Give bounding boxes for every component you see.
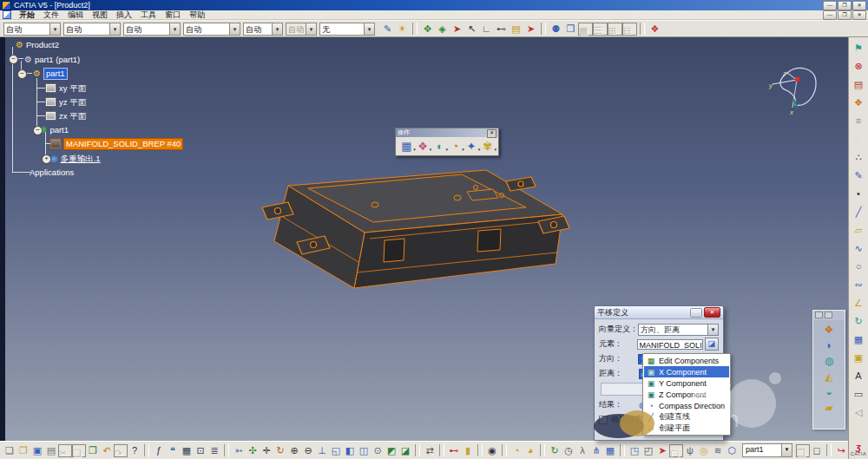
structure-icon[interactable]: ⋔ [589,443,603,458]
tool-d-icon[interactable]: ⊟ [622,23,637,36]
iso-view-icon[interactable]: ◧ [343,443,357,458]
chevron-down-icon[interactable]: ▾ [169,23,180,35]
fit-all-icon[interactable]: ✣ [246,443,260,458]
new-document-icon[interactable]: ❏ [3,443,16,458]
graph-icon[interactable]: ψ [683,443,697,458]
paint-icon[interactable]: ✎ [380,22,395,36]
close-icon[interactable]: ✕ [487,129,496,138]
menu-compass-direction[interactable]: ◔ Compass Direction [644,400,729,411]
operation-toolbar-titlebar[interactable]: 操作 ✕ [396,128,498,137]
menu-create-line[interactable]: ╱ 创建直线 [644,411,729,423]
angle-icon[interactable]: ∠ [849,294,868,312]
menu-file[interactable]: 文件 [39,10,63,20]
block-icon[interactable]: ▣ [849,349,868,367]
child-close-button[interactable]: ✕ [852,10,866,20]
select-flag-icon[interactable]: ➤ [655,443,669,458]
join-icon[interactable]: ▦ [400,140,413,153]
ruler-icon[interactable]: ⊷ [447,443,461,458]
menu-insert[interactable]: 插入 [112,10,136,20]
close-button[interactable]: ✕ [852,1,866,10]
trim-icon[interactable]: ✾ [481,140,494,153]
point-icon[interactable]: • [849,185,868,203]
exit-workbench-icon[interactable]: ⊗ [849,57,868,75]
paste-icon[interactable]: ❒ [86,443,100,458]
measure-icon[interactable]: ⊷ [494,22,509,36]
light-icon[interactable]: ☀ [395,22,410,36]
link-icon[interactable]: ❐ [796,444,810,457]
refresh-icon[interactable]: ↻ [548,443,562,458]
contacts-icon[interactable]: ⚉ [549,22,563,36]
fx-icon[interactable]: ƒ [152,443,166,458]
pan-icon[interactable]: ✛ [260,443,273,458]
rotate-view-icon[interactable]: ↻ [849,312,868,331]
tree-node-manifold-solid-brep[interactable]: MANIFOLD_SOLID_BREP #40 [50,138,183,149]
view-compass[interactable]: y z x [766,64,822,116]
cut-icon[interactable]: ✂ [58,444,72,457]
circle-icon[interactable]: ○ [849,258,868,276]
menu-window[interactable]: 窗口 [161,10,185,20]
polygon-icon[interactable]: ⬡ [725,443,739,458]
move-icon[interactable]: ✥ [420,22,435,36]
tool-c-icon[interactable]: ⊞ [608,23,622,36]
graphic-combo-3[interactable]: 自动 ▾ [123,23,181,36]
catalog-icon[interactable]: ▤ [509,22,523,36]
pie-icon[interactable]: ◔ [510,443,523,458]
menu-edit-components[interactable]: ▦ Edit Components [644,355,729,366]
redo-icon[interactable]: ↷ [114,444,128,457]
graphic-combo-2[interactable]: 自动 ▾ [63,23,121,36]
horn-icon[interactable]: ◁ [849,403,868,422]
mannequin-icon[interactable]: λ [575,443,589,458]
model-manifold-solid-brep[interactable] [243,159,590,302]
normal-view-icon[interactable]: ⊥ [315,443,329,458]
layers-icon[interactable]: ≋ [711,443,725,458]
tree-collapse-toggle[interactable]: − [9,55,18,64]
graphic-combo-5[interactable]: 自动 ▾ [243,23,283,36]
tool-a-icon[interactable]: ▦ [578,23,593,36]
menu-start[interactable]: 开始 [15,10,39,20]
wireframe-view-icon[interactable]: ◪ [398,443,412,458]
dialog-titlebar[interactable]: 平移定义 ✕ [595,306,723,319]
workbench-flag-icon[interactable]: ⚑ [849,39,868,57]
swap-view-icon[interactable]: ⇄ [423,443,437,458]
chevron-down-icon[interactable]: ▾ [781,444,792,456]
tree-node-product2[interactable]: ⚙ Product2 [16,39,59,50]
graphic-combo-6[interactable]: 自动 ▾ [286,23,317,36]
minimize-button[interactable]: — [823,1,837,10]
plane-tool-icon[interactable]: ▱ [849,221,868,239]
frame-icon[interactable]: ◻ [810,443,824,458]
tree-node-xy-plane[interactable]: xy 平面 [45,82,86,94]
palette-titlebar[interactable] [813,311,845,320]
save-icon[interactable]: ▣ [30,443,44,458]
knowledge-icon[interactable]: ❖ [648,22,662,36]
tool-b-icon[interactable]: ☰ [593,23,608,36]
camera-icon[interactable]: ◉ [485,443,499,458]
graphic-combo-4[interactable]: 自动 ▾ [183,23,240,36]
copy-icon[interactable]: ❑ [72,444,86,457]
rotate-icon[interactable]: ↻ [273,443,287,458]
graphic-combo-1[interactable]: 自动 ▾ [3,23,61,36]
line-icon[interactable]: ╱ [849,203,868,221]
healing-icon[interactable]: ❖ [417,140,430,153]
zoom-out-icon[interactable]: ⊖ [301,443,315,458]
repeat-checkbox[interactable] [599,416,608,424]
tree-node-yz-plane[interactable]: yz 平面 [45,96,86,108]
menu-tools[interactable]: 工具 [136,10,161,20]
zoom-in-icon[interactable]: ⊕ [287,443,301,458]
active-part-combo[interactable]: part1 ▾ [742,443,792,457]
dialog-close-button[interactable]: ✕ [704,307,720,318]
menu-view[interactable]: 视图 [88,10,112,20]
smart-pick-icon[interactable]: ∟ [479,22,494,36]
chevron-down-icon[interactable]: ▾ [229,23,240,35]
chevron-down-icon[interactable]: ▾ [364,23,374,35]
points-icon[interactable]: ∴ [849,148,868,167]
chevron-down-icon[interactable]: ▾ [109,23,120,35]
lock-icon[interactable]: ⊡ [194,443,207,458]
cylinder-view-icon[interactable]: ⊙ [371,443,385,458]
shaded-view-icon[interactable]: ◩ [385,443,398,458]
sweep-icon[interactable]: ∿ [849,239,868,258]
new-window-icon[interactable]: ❒ [563,22,578,36]
menu-y-component[interactable]: ▣ Y Component [644,377,729,389]
menu-z-component[interactable]: ▣ Z Component [644,389,729,400]
undo-icon[interactable]: ↶ [100,443,114,458]
pick-icon[interactable]: ↖ [464,22,479,36]
